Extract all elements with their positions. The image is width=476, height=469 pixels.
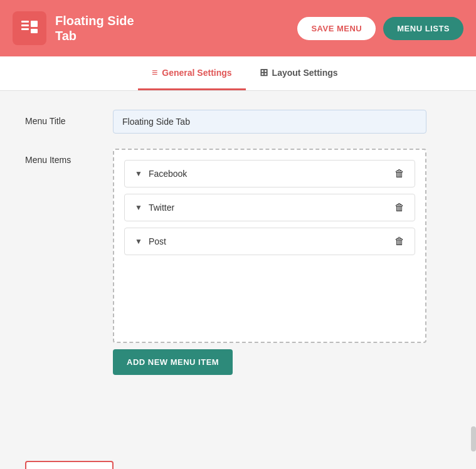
menu-item-twitter-left: ▼ Twitter — [135, 203, 174, 213]
menu-title-input[interactable] — [113, 110, 426, 134]
menu-title-field — [113, 110, 426, 134]
svg-rect-0 — [21, 21, 29, 23]
app-logo — [13, 11, 46, 45]
menu-item-facebook[interactable]: ▼ Facebook 🗑 — [124, 160, 415, 187]
svg-rect-3 — [31, 21, 38, 27]
menu-items-label: Menu Items — [25, 149, 100, 165]
scrollbar[interactable] — [471, 426, 476, 451]
bottom-section: SAVE MENU — [0, 448, 476, 469]
layout-settings-icon: ⊞ — [260, 66, 268, 78]
main-content: Menu Title Menu Items ▼ Facebook 🗑 — [0, 91, 476, 448]
save-menu-bottom-button[interactable]: SAVE MENU — [25, 461, 114, 469]
tab-layout-settings[interactable]: ⊞ Layout Settings — [246, 56, 352, 90]
app-title: Floating Side Tab — [55, 13, 134, 43]
menu-title-label: Menu Title — [25, 110, 100, 126]
general-settings-icon: ≡ — [152, 67, 157, 78]
menu-title-row: Menu Title — [25, 110, 451, 134]
save-menu-header-button[interactable]: SAVE MENU — [297, 17, 376, 40]
menu-item-post-left: ▼ Post — [135, 236, 166, 246]
tabs-bar: ≡ General Settings ⊞ Layout Settings — [0, 56, 476, 91]
delete-post-icon[interactable]: 🗑 — [394, 236, 405, 247]
chevron-down-icon: ▼ — [135, 169, 142, 178]
chevron-down-icon: ▼ — [135, 237, 142, 246]
menu-lists-button[interactable]: MENU LISTS — [383, 17, 463, 40]
menu-item-post[interactable]: ▼ Post 🗑 — [124, 228, 415, 255]
menu-item-twitter[interactable]: ▼ Twitter 🗑 — [124, 194, 415, 221]
tab-general-settings-label: General Settings — [162, 68, 231, 78]
tab-general-settings[interactable]: ≡ General Settings — [138, 56, 246, 90]
delete-facebook-icon[interactable]: 🗑 — [394, 168, 405, 179]
app-header: Floating Side Tab SAVE MENU MENU LISTS — [0, 0, 476, 56]
header-buttons: SAVE MENU MENU LISTS — [297, 17, 463, 40]
svg-rect-4 — [31, 29, 38, 33]
chevron-down-icon: ▼ — [135, 203, 142, 212]
add-new-menu-item-button[interactable]: ADD NEW MENU ITEM — [113, 349, 233, 375]
menu-item-post-label: Post — [149, 236, 166, 246]
menu-item-facebook-label: Facebook — [149, 169, 187, 179]
menu-items-row: Menu Items ▼ Facebook 🗑 ▼ Twitter — [25, 149, 451, 375]
menu-items-field: ▼ Facebook 🗑 ▼ Twitter 🗑 ▼ — [113, 149, 426, 375]
header-left: Floating Side Tab — [13, 11, 134, 45]
tab-layout-settings-label: Layout Settings — [272, 68, 338, 78]
svg-rect-1 — [21, 24, 29, 26]
svg-rect-2 — [21, 28, 29, 30]
menu-item-twitter-label: Twitter — [149, 203, 174, 213]
delete-twitter-icon[interactable]: 🗑 — [394, 202, 405, 213]
menu-items-box: ▼ Facebook 🗑 ▼ Twitter 🗑 ▼ — [113, 149, 426, 343]
menu-item-facebook-left: ▼ Facebook — [135, 169, 187, 179]
